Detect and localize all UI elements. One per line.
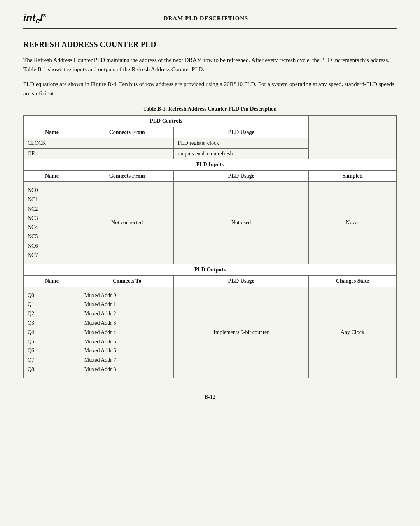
logo-text: intel® — [23, 12, 46, 23]
outputs-col-connects: Connects To — [80, 275, 174, 287]
col-connects-from: Connects From — [80, 127, 174, 138]
nc-names: NC0 NC1 NC2 NC3 NC4 NC5 NC6 NC7 — [24, 182, 80, 264]
col-name: Name — [24, 127, 80, 138]
controls-section-label: PLD Controls — [24, 116, 309, 127]
nc-pld-usage: Not used — [174, 182, 308, 264]
q-changes-state: Any Clock — [308, 287, 396, 378]
page-header: intel® DRAM PLD DESCRIPTIONS — [23, 12, 397, 29]
outputs-col-pld-usage: PLD Usage — [174, 275, 308, 287]
table-row-clock: CLOCK PLD register clock — [24, 138, 397, 149]
inputs-col-header: Name Connects From PLD Usage Sampled — [24, 171, 397, 182]
clock-pld-usage: PLD register clock — [174, 138, 308, 149]
q-pld-usage: Implements 9-bit counter — [174, 287, 308, 378]
section-outputs-header: PLD Outputs — [24, 264, 397, 275]
table-row-q: Q0 Q1 Q2 Q3 Q4 Q5 Q6 Q7 Q8 Muxed Addr 0 … — [24, 287, 397, 378]
inputs-col-connects: Connects From — [80, 171, 174, 182]
inputs-col-pld-usage: PLD Usage — [174, 171, 308, 182]
section-inputs-header: PLD Inputs — [24, 159, 397, 171]
clock-name: CLOCK — [24, 138, 80, 149]
controls-col-header: Name Connects From PLD Usage — [24, 127, 397, 138]
section-controls-header: PLD Controls — [24, 116, 397, 127]
header-title: DRAM PLD DESCRIPTIONS — [46, 15, 366, 22]
logo-reg: ® — [43, 13, 46, 18]
body-paragraph-2: PLD equations are shown in Figure B-4. T… — [23, 79, 397, 98]
table-caption: Table B-1. Refresh Address Counter PLD P… — [23, 106, 397, 112]
q-connects: Muxed Addr 0 Muxed Addr 1 Muxed Addr 2 M… — [80, 287, 174, 378]
outputs-col-name: Name — [24, 275, 80, 287]
page-number: B-12 — [23, 394, 397, 400]
inputs-col-sampled: Sampled — [308, 171, 396, 182]
page-title: REFRESH ADDRESS COUNTER PLD — [23, 40, 397, 49]
col-pld-usage: PLD Usage — [174, 127, 308, 138]
body-paragraph-1: The Refresh Address Counter PLD maintain… — [23, 55, 397, 74]
q-names: Q0 Q1 Q2 Q3 Q4 Q5 Q6 Q7 Q8 — [24, 287, 80, 378]
oe-connects — [80, 149, 174, 159]
oe-pld-usage: outputs enable on refresh — [174, 149, 308, 159]
nc-sampled: Never — [308, 182, 396, 264]
outputs-col-changes: Changes State — [308, 275, 396, 287]
nc-connects: Not connected — [80, 182, 174, 264]
inputs-section-label: PLD Inputs — [24, 159, 397, 171]
outputs-section-label: PLD Outputs — [24, 264, 397, 275]
inputs-col-name: Name — [24, 171, 80, 182]
table-row-nc: NC0 NC1 NC2 NC3 NC4 NC5 NC6 NC7 Not conn… — [24, 182, 397, 264]
clock-connects — [80, 138, 174, 149]
outputs-col-header: Name Connects To PLD Usage Changes State — [24, 275, 397, 287]
oe-name: OE — [24, 149, 80, 159]
table-row-oe: OE outputs enable on refresh — [24, 149, 397, 159]
pld-pin-description-table: PLD Controls Name Connects From PLD Usag… — [23, 115, 397, 378]
intel-logo: intel® — [23, 12, 46, 25]
